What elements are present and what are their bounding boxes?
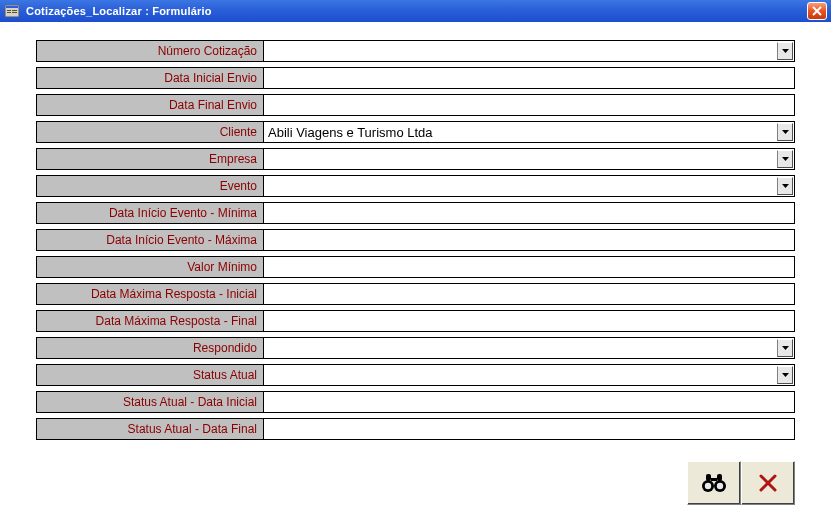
row-data-max-resp-final: Data Máxima Resposta - Final [36,310,795,332]
row-cliente: Cliente [36,121,795,143]
label-data-inicial-envio: Data Inicial Envio [36,67,264,89]
button-bar [0,455,831,505]
svg-marker-11 [782,184,789,188]
row-valor-minimo: Valor Mínimo [36,256,795,278]
input-empresa[interactable] [264,149,776,169]
svg-marker-10 [782,157,789,161]
chevron-down-icon [782,49,789,53]
input-data-inicio-min[interactable] [264,203,794,223]
row-status-atual: Status Atual [36,364,795,386]
svg-rect-20 [711,478,717,481]
label-status-data-inicial: Status Atual - Data Inicial [36,391,264,413]
row-data-inicial-envio: Data Inicial Envio [36,67,795,89]
close-button[interactable] [807,2,827,20]
dropdown-status-atual[interactable] [777,366,793,384]
input-status-atual[interactable] [264,365,776,385]
svg-marker-9 [782,130,789,134]
row-respondido: Respondido [36,337,795,359]
dropdown-numero-cotacao[interactable] [777,42,793,60]
label-data-max-resp-final: Data Máxima Resposta - Final [36,310,264,332]
row-data-inicio-min: Data Início Evento - Mínima [36,202,795,224]
input-valor-minimo[interactable] [264,257,794,277]
dropdown-evento[interactable] [777,177,793,195]
svg-marker-13 [782,373,789,377]
label-data-max-resp-inicial: Data Máxima Resposta - Inicial [36,283,264,305]
input-data-max-resp-inicial[interactable] [264,284,794,304]
chevron-down-icon [782,346,789,350]
svg-rect-19 [717,474,722,481]
row-evento: Evento [36,175,795,197]
chevron-down-icon [782,373,789,377]
label-evento: Evento [36,175,264,197]
row-status-data-inicial: Status Atual - Data Inicial [36,391,795,413]
input-data-inicial-envio[interactable] [264,68,794,88]
label-status-atual: Status Atual [36,364,264,386]
input-numero-cotacao[interactable] [264,41,776,61]
input-cliente[interactable] [264,122,776,142]
row-numero-cotacao: Número Cotização [36,40,795,62]
label-status-data-final: Status Atual - Data Final [36,418,264,440]
dropdown-cliente[interactable] [777,123,793,141]
search-button[interactable] [687,461,741,505]
svg-point-16 [705,483,711,489]
input-status-data-inicial[interactable] [264,392,794,412]
binoculars-icon [700,472,728,494]
close-icon [812,6,822,16]
cancel-button[interactable] [741,461,795,505]
form-icon [4,4,20,18]
window-title: Cotizações_Localizar : Formulário [26,5,807,17]
svg-rect-2 [7,10,11,11]
svg-rect-5 [12,12,17,13]
dropdown-empresa[interactable] [777,150,793,168]
label-cliente: Cliente [36,121,264,143]
row-empresa: Empresa [36,148,795,170]
input-respondido[interactable] [264,338,776,358]
svg-rect-18 [706,474,711,481]
svg-rect-1 [6,6,18,8]
title-bar: Cotizações_Localizar : Formulário [0,0,831,22]
row-status-data-final: Status Atual - Data Final [36,418,795,440]
input-evento[interactable] [264,176,776,196]
row-data-final-envio: Data Final Envio [36,94,795,116]
label-numero-cotacao: Número Cotização [36,40,264,62]
label-valor-minimo: Valor Mínimo [36,256,264,278]
svg-rect-3 [7,12,11,13]
chevron-down-icon [782,130,789,134]
svg-marker-12 [782,346,789,350]
dropdown-respondido[interactable] [777,339,793,357]
chevron-down-icon [782,157,789,161]
input-data-inicio-max[interactable] [264,230,794,250]
row-data-max-resp-inicial: Data Máxima Resposta - Inicial [36,283,795,305]
cancel-x-icon [758,473,778,493]
label-respondido: Respondido [36,337,264,359]
label-data-final-envio: Data Final Envio [36,94,264,116]
input-status-data-final[interactable] [264,419,794,439]
input-data-max-resp-final[interactable] [264,311,794,331]
label-data-inicio-max: Data Início Evento - Máxima [36,229,264,251]
chevron-down-icon [782,184,789,188]
svg-rect-4 [12,10,17,11]
row-data-inicio-max: Data Início Evento - Máxima [36,229,795,251]
form-area: Número Cotização Data Inicial Envio Data… [0,22,831,455]
input-data-final-envio[interactable] [264,95,794,115]
svg-marker-8 [782,49,789,53]
label-empresa: Empresa [36,148,264,170]
label-data-inicio-min: Data Início Evento - Mínima [36,202,264,224]
svg-point-17 [717,483,723,489]
